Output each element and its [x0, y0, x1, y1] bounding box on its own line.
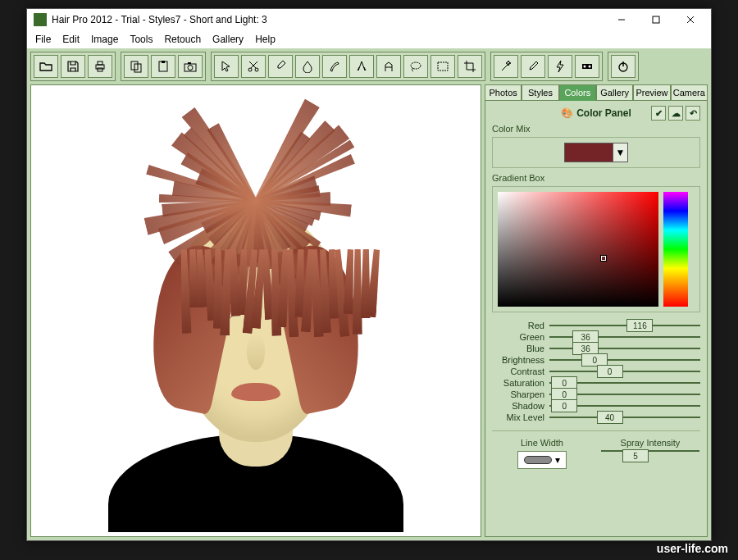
slider-saturation[interactable]: 0 — [549, 378, 700, 388]
line-width-label: Line Width — [521, 438, 563, 448]
color-swatch[interactable] — [564, 143, 613, 162]
open-button[interactable] — [34, 55, 58, 78]
eyedropper-tool[interactable] — [268, 55, 293, 78]
canvas-area[interactable] — [30, 84, 481, 537]
tab-colors[interactable]: Colors — [559, 84, 596, 101]
color-panel: 🎨Color Panel ✔ ☁ ↶ Color Mix ▼ — [485, 101, 708, 537]
spray-intensity-label: Spray Intensity — [621, 438, 681, 448]
svg-rect-0 — [653, 16, 659, 23]
slider-mix[interactable]: 40 — [549, 412, 700, 422]
wand-tool[interactable] — [494, 55, 518, 78]
slider-label-sharpen: Sharpen — [492, 389, 544, 399]
panel-check-button[interactable]: ✔ — [651, 106, 666, 121]
panel-title: 🎨Color Panel ✔ ☁ ↶ — [492, 106, 700, 119]
tape-tool[interactable] — [575, 55, 599, 78]
blur-tool[interactable] — [295, 55, 320, 78]
maximize-button[interactable] — [639, 10, 673, 30]
tab-gallery[interactable]: Gallery — [596, 84, 633, 101]
slider-row-saturation: Saturation0 — [492, 378, 700, 388]
menu-tools[interactable]: Tools — [125, 32, 157, 47]
svg-rect-14 — [438, 62, 448, 71]
slider-thumb-contrast[interactable]: 0 — [597, 365, 623, 378]
smudge-tool[interactable] — [322, 55, 347, 78]
camera-button[interactable] — [178, 55, 203, 78]
power-button[interactable] — [611, 55, 636, 78]
slider-brightness[interactable]: 0 — [549, 355, 700, 365]
hue-picker[interactable] — [663, 192, 688, 307]
svg-point-12 — [255, 68, 258, 71]
tab-camera[interactable]: Camera — [671, 84, 708, 101]
portrait-eye — [207, 307, 235, 320]
tab-preview[interactable]: Preview — [633, 84, 670, 101]
gradient-group — [492, 186, 700, 312]
paste-button[interactable] — [151, 55, 175, 78]
lasso-tool[interactable] — [403, 55, 428, 78]
menu-image[interactable]: Image — [86, 32, 123, 47]
panel-tabs: Photos Styles Colors Gallery Preview Cam… — [485, 84, 708, 101]
brush-tool[interactable] — [521, 55, 545, 78]
slider-shadow[interactable]: 0 — [549, 401, 700, 411]
slider-red[interactable]: 116 — [549, 321, 700, 330]
svg-point-13 — [411, 62, 421, 69]
titlebar: Hair Pro 2012 - Trial - Styles7 - Short … — [27, 9, 711, 30]
chevron-down-icon: ▾ — [555, 454, 560, 466]
svg-point-9 — [188, 66, 193, 71]
color-swatch-dropdown[interactable]: ▼ — [613, 143, 628, 162]
palette-icon: 🎨 — [561, 107, 573, 119]
slider-row-shadow: Shadow0 — [492, 401, 700, 411]
menu-retouch[interactable]: Retouch — [159, 32, 206, 47]
panel-cloud-button[interactable]: ☁ — [668, 106, 683, 121]
svg-point-16 — [584, 66, 586, 68]
line-width-select[interactable]: ▾ — [517, 451, 567, 469]
crop-tool[interactable] — [458, 55, 482, 78]
slider-sharpen[interactable]: 0 — [549, 389, 700, 399]
slider-contrast[interactable]: 0 — [549, 367, 700, 376]
menu-file[interactable]: File — [30, 32, 56, 47]
menu-edit[interactable]: Edit — [57, 32, 84, 47]
copy-button[interactable] — [124, 55, 148, 78]
gradient-label: Gradient Box — [492, 173, 700, 183]
slider-label-contrast: Contrast — [492, 367, 544, 376]
toolbar-group-clipboard — [121, 52, 206, 81]
portrait-lips — [231, 383, 280, 401]
sharpen-tool[interactable] — [349, 55, 374, 78]
close-button[interactable] — [673, 10, 708, 30]
flash-tool[interactable] — [548, 55, 572, 78]
app-icon — [34, 13, 47, 26]
slider-thumb-mix[interactable]: 40 — [597, 411, 623, 424]
save-button[interactable] — [61, 55, 85, 78]
slider-row-green: Green36 — [492, 332, 700, 342]
svg-point-11 — [248, 68, 252, 71]
panel-title-text: Color Panel — [576, 107, 631, 119]
color-mix-label: Color Mix — [492, 124, 700, 134]
menu-help[interactable]: Help — [250, 32, 280, 47]
slider-green[interactable]: 36 — [549, 332, 700, 342]
tab-styles[interactable]: Styles — [522, 84, 558, 101]
svg-rect-7 — [162, 61, 165, 63]
app-window: Hair Pro 2012 - Trial - Styles7 - Short … — [26, 8, 712, 541]
app-body: Photos Styles Colors Gallery Preview Cam… — [27, 48, 711, 540]
svg-rect-10 — [188, 62, 191, 64]
sv-picker[interactable] — [498, 192, 658, 307]
pointer-tool[interactable] — [214, 55, 239, 78]
slider-thumb-shadow[interactable]: 0 — [551, 399, 577, 412]
color-mix-group: ▼ — [492, 137, 700, 168]
minimize-button[interactable] — [604, 10, 639, 30]
line-width-preview-icon — [524, 456, 552, 464]
menu-gallery[interactable]: Gallery — [207, 32, 248, 47]
slider-thumb-red[interactable]: 116 — [626, 319, 653, 332]
slider-blue[interactable]: 36 — [549, 344, 700, 353]
tab-photos[interactable]: Photos — [485, 84, 522, 101]
cut-tool[interactable] — [241, 55, 266, 78]
spray-intensity-thumb[interactable]: 5 — [622, 449, 649, 462]
slider-label-mix: Mix Level — [492, 412, 544, 422]
clone-tool[interactable] — [376, 55, 401, 78]
panel-undo-button[interactable]: ↶ — [686, 106, 700, 121]
print-button[interactable] — [88, 55, 112, 78]
slider-label-shadow: Shadow — [492, 401, 544, 411]
slider-label-blue: Blue — [492, 344, 544, 353]
marquee-tool[interactable] — [430, 55, 455, 78]
sv-cursor[interactable] — [601, 256, 606, 261]
slider-label-saturation: Saturation — [492, 378, 544, 388]
toolbar-group-effects — [490, 52, 603, 81]
